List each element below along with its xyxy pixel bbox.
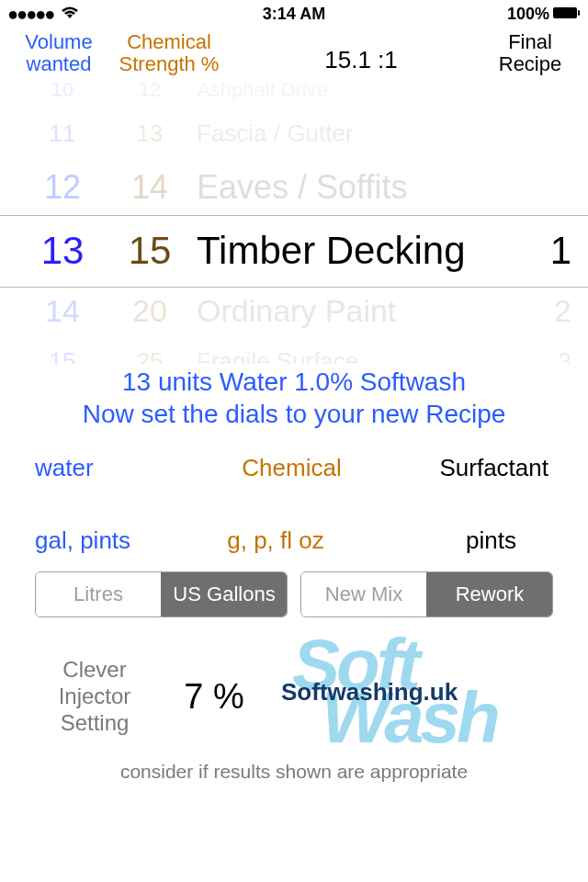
picker-row[interactable]: 12 14 Eaves / Soffits <box>17 159 571 216</box>
units-chemical: g, p, fl oz <box>196 526 356 555</box>
injector-label: Clever Injector Setting <box>35 657 154 736</box>
units-surfactant: pints <box>356 526 553 555</box>
component-labels: water Chemical Surfactant <box>0 441 588 519</box>
seg-us-gallons[interactable]: US Gallons <box>161 572 287 616</box>
units-labels: gal, pints g, p, fl oz pints <box>0 519 588 566</box>
header-volume-label: Volume wanted <box>13 31 105 75</box>
picker-row-selected[interactable]: 13 15 Timber Decking 1 <box>17 216 571 286</box>
mix-segment[interactable]: New Mix Rework <box>300 571 553 617</box>
softwash-logo: Soft Softwashing.uk Wash <box>274 641 579 752</box>
label-water: water <box>35 454 206 482</box>
header-ratio: 15.1 :1 <box>233 31 489 74</box>
label-surfactant: Surfactant <box>378 454 553 482</box>
status-time: 3:14 AM <box>263 5 325 24</box>
seg-new-mix[interactable]: New Mix <box>301 572 426 616</box>
svg-rect-0 <box>553 7 577 18</box>
bottom-section: Clever Injector Setting 7 % Soft Softwas… <box>0 623 588 759</box>
header-final-label: Final Recipe <box>489 31 571 75</box>
header-chemical-label: Chemical Strength % <box>105 31 233 75</box>
header-row: Volume wanted Chemical Strength % 15.1 :… <box>0 28 588 79</box>
instruction-text: 13 units Water 1.0% Softwash Now set the… <box>0 364 588 441</box>
units-water: gal, pints <box>35 526 196 555</box>
footer-disclaimer: consider if results shown are appropriat… <box>0 759 588 783</box>
segmented-controls-row: Litres US Gallons New Mix Rework <box>0 566 588 623</box>
seg-rework[interactable]: Rework <box>426 572 552 616</box>
picker-row[interactable]: 10 12 Ashphalt Drive <box>17 79 571 108</box>
injector-value: 7 % <box>154 677 274 717</box>
seg-litres[interactable]: Litres <box>36 572 161 616</box>
recipe-picker[interactable]: 10 12 Ashphalt Drive 11 13 Fascia / Gutt… <box>0 79 588 364</box>
svg-rect-1 <box>578 10 580 16</box>
units-segment[interactable]: Litres US Gallons <box>35 571 288 617</box>
battery-icon <box>553 5 581 24</box>
battery-percent: 100% <box>507 5 549 24</box>
picker-row[interactable]: 14 20 Ordinary Paint 2 <box>17 286 571 336</box>
picker-row[interactable]: 11 13 Fascia / Gutter <box>17 108 571 159</box>
status-bar: ●●●●● 3:14 AM 100% <box>0 0 588 28</box>
label-chemical: Chemical <box>206 454 377 482</box>
picker-row[interactable]: 15 25 Fragile Surface 3 <box>17 336 571 364</box>
wifi-icon <box>61 5 79 24</box>
signal-dots-icon: ●●●●● <box>7 4 53 25</box>
